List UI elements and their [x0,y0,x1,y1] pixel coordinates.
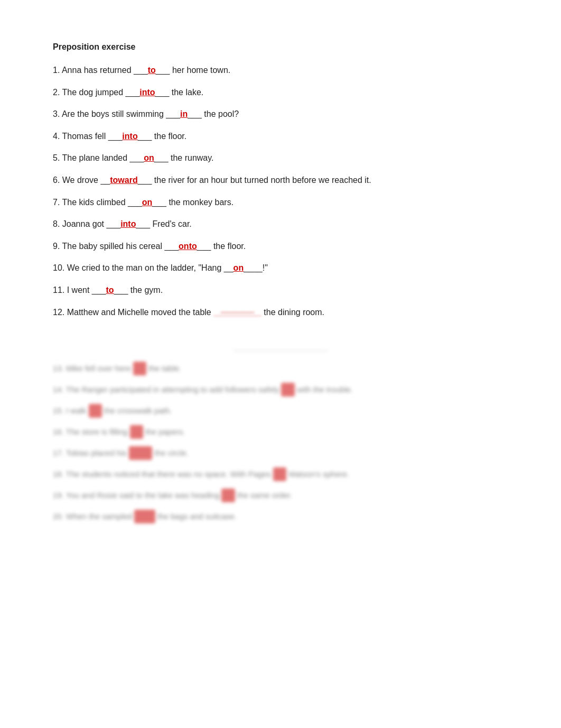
blurred-answer-text: in [281,383,294,397]
question-item: 11. I went ___to___ the gym. [53,283,508,297]
question-text-after: ___ Fred's car. [136,219,191,228]
question-item: 2. The dog jumped ___into___ the lake. [53,86,508,99]
question-text-after: ___ the lake. [155,88,204,97]
blurred-question-text-before: You and Rosie said to the lake was headi… [66,491,222,500]
question-number: 4. [53,132,62,141]
blurred-question-item: 18. The students noticed that there was … [53,467,508,481]
blurred-question-item: 20. When the sampled into the bags and s… [53,510,508,523]
blurred-question-number: 16. [53,427,66,436]
question-item: 1. Anna has returned ___to___ her home t… [53,63,508,77]
blurred-question-number: 14. [53,385,66,394]
blurred-question-text-after: the bags and suitcase. [155,512,237,521]
answer-text: toward [110,176,137,185]
blurred-question-text-after: the crosswalk path. [102,406,172,415]
exercise-list: 1. Anna has returned ___to___ her home t… [53,63,508,319]
blurred-question-number: 20. [53,512,66,521]
question-text-before: Anna has returned ___ [62,66,148,75]
question-item: 7. The kids climbed ___on___ the monkey … [53,196,508,209]
question-text-before: The plane landed ___ [62,153,144,162]
blurred-question-text-after: with the trouble. [295,385,353,394]
question-text-after: ___ her home town. [156,66,230,75]
question-text-before: We drove __ [62,176,110,185]
answer-text: into [122,132,137,141]
blurred-question-number: 18. [53,469,66,478]
blurred-question-text-before: Tobias placed his [66,448,129,457]
question-text-after: ___ the river for an hour but turned nor… [138,176,371,185]
question-number: 7. [53,198,62,207]
blurred-question-text-after: the papers. [143,427,185,436]
blurred-question-number: 15. [53,406,66,415]
answer-text: ———— [213,308,261,317]
question-item: 12. Matthew and Michelle moved the table… [53,306,508,319]
question-text-before: We cried to the man on the ladder, "Hang… [67,263,233,272]
question-text-before: Thomas fell ___ [62,132,123,141]
question-item: 8. Joanna got ___into___ Fred's car. [53,217,508,231]
blurred-question-text-before: I walk [66,406,89,415]
question-text-before: Are the boys still swimming ___ [62,109,180,118]
question-text-after: ___ the floor. [138,132,187,141]
question-item: 10. We cried to the man on the ladder, "… [53,261,508,275]
question-item: 9. The baby spilled his cereal ___onto__… [53,239,508,253]
question-number: 6. [53,176,62,185]
question-number: 9. [53,242,62,251]
blurred-question-item: 13. Mike fell over here in the table. [53,362,508,375]
question-text-after: ___ the pool? [188,109,239,118]
answer-text: to [106,285,114,294]
answer-text: into [139,88,155,97]
blurred-list: 13. Mike fell over here in the table.14.… [53,362,508,523]
question-text-after: ___ the monkey bars. [152,198,233,207]
blurred-question-item: 14. The Ranger participated in attemptin… [53,383,508,397]
blurred-question-item: 15. I walk in the crosswalk path. [53,404,508,418]
question-number: 10. [53,263,67,272]
blurred-question-text-before: The students noticed that there was no s… [66,469,273,478]
blurred-answer-text: in [89,404,102,418]
blurred-question-number: 13. [53,364,66,373]
question-number: 11. [53,285,67,294]
question-text: Matthew and Michelle moved the table [67,308,213,317]
question-text-before: I went ___ [67,285,106,294]
answer-text: into [120,219,136,228]
question-text-before: The kids climbed ___ [62,198,142,207]
page-title: Preposition exercise [53,42,508,52]
question-text-before: The baby spilled his cereal ___ [62,242,179,251]
question-item: 4. Thomas fell ___into___ the floor. [53,130,508,143]
question-item: 6. We drove __toward___ the river for an… [53,173,508,187]
blurred-question-text-after: the same order. [235,491,292,500]
blurred-question-item: 19. You and Rosie said to the lake was h… [53,489,508,502]
blurred-answer-text: in [133,362,146,375]
blurred-answer-text: onto [129,446,152,460]
question-number: 1. [53,66,62,75]
blurred-answer-text: in [221,489,235,502]
answer-text: on [144,153,154,162]
question-text-before: The dog jumped ___ [62,88,140,97]
blurred-question-text-before: The store is filling [66,427,130,436]
blurred-question-text-after: Watson's sphere. [286,469,349,478]
blurred-section: 13. Mike fell over here in the table.14.… [53,351,508,523]
blurred-answer-text: into [134,510,155,523]
blurred-answer-text: in [130,425,143,439]
question-text-after: the dining room. [261,308,324,317]
question-text-before: Joanna got ___ [62,219,120,228]
blurred-question-item: 17. Tobias placed his onto the circle. [53,446,508,460]
answer-text: to [148,66,156,75]
question-number: 8. [53,219,62,228]
blurred-question-text-before: When the sampled [66,512,134,521]
question-number: 5. [53,153,62,162]
question-text-after: ___ the runway. [154,153,214,162]
question-item: 3. Are the boys still swimming ___in___ … [53,107,508,121]
answer-text: on [233,263,244,272]
answer-text: in [180,109,188,118]
blurred-answer-text: in [273,467,286,481]
blurred-question-text-before: The Ranger participated in attempting to… [66,385,282,394]
answer-text: on [142,198,153,207]
question-text-after: ____!" [244,263,268,272]
blurred-question-number: 17. [53,448,66,457]
question-number: 2. [53,88,62,97]
blurred-question-text-after: the circle. [152,448,188,457]
blurred-question-item: 16. The store is filling in the papers. [53,425,508,439]
question-text-after: ___ the gym. [114,285,163,294]
question-number: 12. [53,308,67,317]
question-item: 5. The plane landed ___on___ the runway. [53,151,508,165]
question-text-after: ___ the floor. [197,242,246,251]
blurred-question-text-before: Mike fell over here [66,364,133,373]
